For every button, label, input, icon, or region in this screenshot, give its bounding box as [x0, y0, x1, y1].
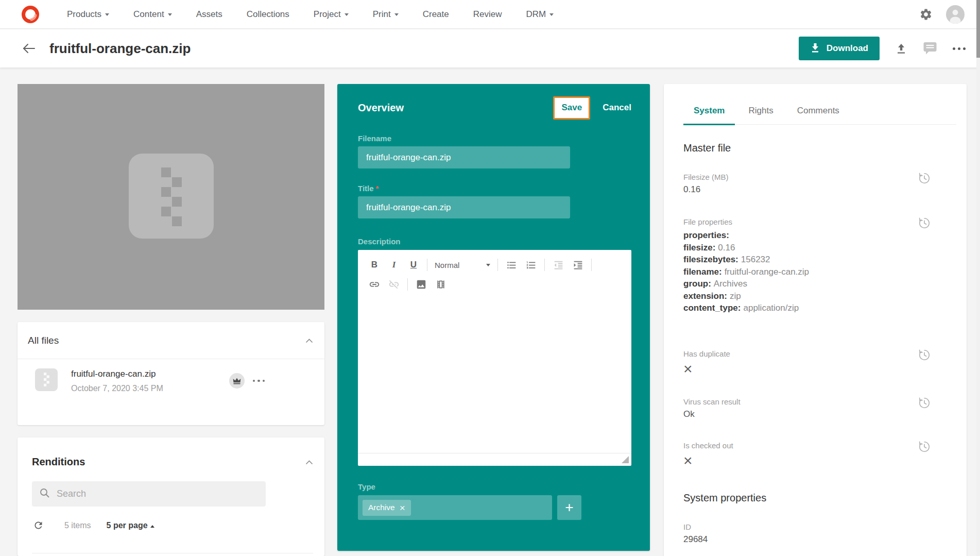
per-page-select[interactable]: 5 per page	[107, 521, 154, 530]
page-header: fruitful-orange-can.zip Download	[0, 29, 980, 68]
all-files-title: All files	[28, 335, 59, 346]
link-icon[interactable]	[368, 277, 381, 292]
resize-handle[interactable]	[622, 456, 629, 463]
bullet-list-icon[interactable]	[505, 258, 518, 272]
upload-icon[interactable]	[895, 42, 907, 55]
settings-gear-icon[interactable]	[919, 8, 933, 21]
scrollbar-thumb[interactable]	[976, 0, 980, 58]
tab-comments[interactable]: Comments	[787, 106, 850, 124]
tab-system[interactable]: System	[683, 106, 735, 125]
filename-label: Filename	[358, 134, 631, 143]
nav-menu: Products Content Assets Collections Proj…	[67, 9, 554, 20]
has-duplicate-label: Has duplicate	[683, 349, 956, 358]
divider	[497, 259, 498, 271]
user-avatar[interactable]	[946, 5, 965, 24]
file-properties-row: File properties properties: filesize:0.1…	[683, 217, 956, 314]
nav-item-content[interactable]: Content	[133, 9, 172, 20]
all-files-header: All files	[18, 322, 324, 359]
caret-down-icon	[168, 13, 172, 16]
nav-item-print[interactable]: Print	[373, 9, 399, 20]
nav-item-products[interactable]: Products	[67, 9, 109, 20]
page-title: fruitful-orange-can.zip	[49, 41, 191, 57]
history-icon[interactable]	[918, 348, 931, 362]
insert-image-icon[interactable]	[415, 277, 427, 292]
search-input[interactable]	[57, 488, 259, 499]
file-meta: fruitful-orange-can.zip October 7, 2020 …	[71, 369, 163, 393]
editor-toolbar: B I U Normal	[358, 250, 631, 295]
divider	[32, 553, 313, 553]
divider	[407, 278, 408, 291]
renditions-panel: Renditions 5 items 5 per page	[18, 437, 324, 556]
details-tabs: System Rights Comments	[683, 106, 956, 125]
insert-video-icon[interactable]	[435, 277, 447, 292]
nav-item-assets[interactable]: Assets	[196, 9, 222, 20]
id-row: ID 29684	[683, 523, 956, 545]
nav-item-collections[interactable]: Collections	[247, 9, 289, 20]
divider	[427, 259, 427, 271]
nav-item-review[interactable]: Review	[473, 9, 502, 20]
save-button[interactable]: Save	[553, 96, 590, 120]
nav-item-create[interactable]: Create	[423, 9, 449, 20]
description-label: Description	[358, 237, 631, 246]
comment-icon[interactable]	[923, 42, 937, 55]
virus-scan-row: Virus scan result Ok	[683, 397, 956, 419]
history-icon[interactable]	[918, 396, 931, 410]
history-icon[interactable]	[918, 172, 931, 185]
history-icon[interactable]	[918, 440, 931, 453]
chevron-up-icon[interactable]	[305, 336, 313, 345]
outdent-icon[interactable]	[552, 258, 564, 272]
file-date: October 7, 2020 3:45 PM	[71, 384, 163, 393]
underline-button[interactable]: U	[407, 258, 420, 272]
virus-scan-label: Virus scan result	[683, 397, 956, 406]
bold-button[interactable]: B	[368, 258, 381, 272]
type-tag-archive: Archive ×	[363, 500, 411, 516]
add-type-button[interactable]: +	[557, 495, 581, 520]
nav-item-drm[interactable]: DRM	[526, 9, 554, 20]
download-button[interactable]: Download	[799, 37, 880, 60]
description-input[interactable]	[358, 295, 631, 453]
cancel-button[interactable]: Cancel	[603, 103, 631, 113]
history-icon[interactable]	[918, 216, 931, 230]
paragraph-style-select[interactable]: Normal	[435, 261, 490, 269]
italic-button[interactable]: I	[388, 258, 400, 272]
unlink-icon[interactable]	[388, 277, 400, 292]
is-checked-out-value: ×	[683, 454, 956, 467]
scrollbar-track[interactable]	[976, 0, 980, 556]
app-root: Products Content Assets Collections Proj…	[0, 0, 980, 556]
indent-icon[interactable]	[572, 258, 584, 272]
system-properties-heading: System properties	[683, 492, 956, 504]
divider	[591, 259, 592, 271]
filesize-row: Filesize (MB) 0.16	[683, 173, 956, 195]
overview-header: Overview Save Cancel	[358, 96, 631, 120]
app-logo-icon[interactable]	[21, 5, 40, 24]
search-icon	[39, 487, 50, 500]
caret-down-icon	[549, 13, 554, 16]
filesize-value: 0.16	[683, 184, 956, 195]
back-arrow-icon[interactable]	[22, 42, 36, 55]
details-panel: System Rights Comments Master file Files…	[664, 84, 967, 556]
download-icon	[810, 42, 820, 55]
filename-input[interactable]	[358, 146, 570, 169]
description-editor: B I U Normal	[358, 250, 631, 466]
file-row[interactable]: fruitful-orange-can.zip October 7, 2020 …	[18, 359, 324, 393]
numbered-list-icon[interactable]	[525, 258, 537, 272]
tab-rights[interactable]: Rights	[738, 106, 783, 124]
more-options-icon[interactable]	[953, 47, 966, 50]
caret-down-icon	[105, 13, 109, 16]
virus-scan-value: Ok	[683, 409, 956, 419]
editor-footer	[358, 453, 631, 466]
chevron-up-icon[interactable]	[305, 458, 313, 467]
title-input[interactable]	[358, 196, 570, 218]
remove-tag-icon[interactable]: ×	[400, 503, 405, 513]
divider	[544, 259, 545, 271]
refresh-icon[interactable]	[33, 520, 44, 531]
zip-file-icon	[35, 368, 58, 393]
items-count: 5 items	[64, 521, 91, 530]
id-value: 29684	[683, 534, 956, 545]
header-actions: Download	[799, 37, 966, 60]
file-more-options-icon[interactable]	[253, 380, 265, 382]
has-duplicate-row: Has duplicate ×	[683, 349, 956, 376]
nav-item-project[interactable]: Project	[314, 9, 349, 20]
master-crown-icon[interactable]	[229, 373, 245, 389]
type-field[interactable]: Archive ×	[358, 495, 552, 520]
